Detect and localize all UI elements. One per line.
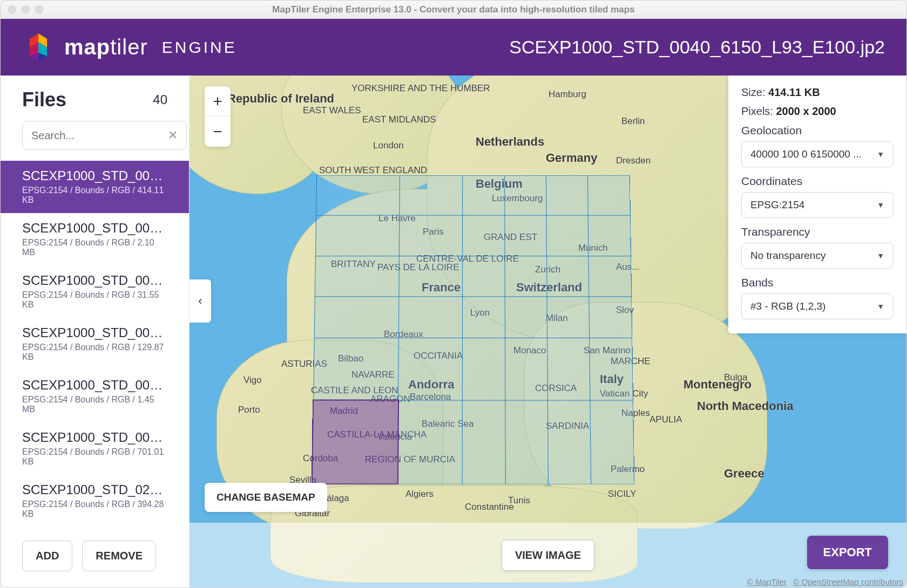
search-input[interactable] [31,129,168,142]
file-item[interactable]: SCEXP1000_STD_0040...EPSG:2154 / Bounds … [1,213,189,265]
grid-cell[interactable] [313,338,399,400]
file-item[interactable]: SCEXP1000_STD_0240...EPSG:2154 / Bounds … [1,475,189,527]
map-place-label: Constantine [465,502,514,512]
grid-cell[interactable] [505,400,548,484]
map-place-label: Berlin [621,116,645,127]
grid-cell[interactable] [314,297,400,338]
current-filename: SCEXP1000_STD_0040_6150_L93_E100.jp2 [509,37,885,58]
grid-cell[interactable] [463,256,505,297]
grid-cell[interactable] [398,400,463,484]
grid-cell[interactable] [463,297,505,338]
geolocation-select[interactable]: 40000 100 0 6150000 ... ▼ [741,141,894,167]
map-place-label: Algiers [405,489,434,500]
prop-pixels-label: Pixels: [741,105,773,117]
grid-cell[interactable] [315,216,400,256]
prop-size-value: 414.11 KB [768,86,820,98]
map-place-label: Netherlands [476,135,544,149]
change-basemap-button[interactable]: CHANGE BASEMAP [205,483,327,512]
grid-cell[interactable] [504,216,546,256]
remove-button[interactable]: REMOVE [82,541,156,571]
grid-cell[interactable] [504,175,546,215]
grid-cell[interactable] [589,297,632,338]
export-button[interactable]: EXPORT [807,536,888,569]
file-item-meta: EPSG:2154 / Bounds / RGB / 129.87 KB [22,343,170,362]
grid-cell[interactable] [546,216,588,256]
grid-cell[interactable] [505,256,547,297]
grid-cell[interactable] [463,216,505,256]
grid-cell[interactable] [398,338,463,400]
maptiler-logo-icon [22,31,55,64]
coordinates-label: Coordinates [741,175,894,188]
file-item[interactable]: SCEXP1000_STD_0040...EPSG:2154 / Bounds … [1,161,189,213]
zoom-out-button[interactable]: − [205,117,231,147]
grid-cell[interactable] [316,175,400,215]
grid-cell[interactable] [546,175,588,215]
sidebar: Files 40 ✕ SCEXP1000_STD_0040...EPSG:215… [1,76,189,587]
geolocation-label: Geolocation [741,124,894,137]
grid-cell[interactable] [590,338,633,400]
grid-cell[interactable] [547,338,591,400]
map-place-label: YORKSHIRE AND THE HUMBER [351,83,490,94]
file-item[interactable]: SCEXP1000_STD_0040...EPSG:2154 / Bounds … [1,370,189,422]
map-attribution: © MapTiler © OpenStreetMap contributors [747,577,903,586]
grid-cell[interactable] [462,400,505,484]
grid-cell[interactable] [462,338,505,400]
file-item[interactable]: SCEXP1000_STD_0040...EPSG:2154 / Bounds … [1,265,189,318]
transparency-select[interactable]: No transparency ▼ [741,243,894,269]
attribution-maptiler[interactable]: © MapTiler [747,577,787,586]
properties-panel: Size: 414.11 KB Pixels: 2000 x 2000 Geol… [728,76,906,333]
window-title: MapTiler Engine Enterprise 13.0 - Conver… [1,4,906,15]
grid-cell[interactable] [463,175,505,215]
file-item-name: SCEXP1000_STD_0240... [22,482,170,497]
grid-cell[interactable] [399,256,462,297]
grid-cell[interactable] [399,297,463,338]
file-item-name: SCEXP1000_STD_0040... [22,273,170,288]
grid-cell[interactable] [400,216,463,256]
attribution-osm[interactable]: © OpenStreetMap contributors [793,577,903,586]
grid-cell[interactable] [588,175,631,215]
view-image-button[interactable]: VIEW IMAGE [502,540,594,571]
files-header: Files 40 [1,76,189,121]
zoom-controls: + − [205,86,231,147]
file-item[interactable]: SCEXP1000_STD_0040...EPSG:2154 / Bounds … [1,318,189,370]
file-item[interactable]: SCEXP1000_STD_0040...EPSG:2154 / Bounds … [1,422,189,475]
collapse-sidebar-button[interactable]: ‹ [189,279,211,323]
grid-cell[interactable] [312,400,398,484]
grid-cell[interactable] [588,216,631,256]
grid-cell[interactable] [400,175,463,215]
grid-cell[interactable] [315,256,400,297]
search-row: ✕ [1,121,189,161]
map-place-label: SOUTH WEST ENGLAND [319,165,427,176]
coordinates-select[interactable]: EPSG:2154 ▼ [741,192,894,218]
map-place-label: Republic of Ireland [227,92,334,106]
chevron-down-icon: ▼ [877,251,884,260]
grid-cell[interactable] [589,256,632,297]
grid-cell[interactable] [547,256,590,297]
zoom-in-button[interactable]: + [205,86,231,117]
app-window: MapTiler Engine Enterprise 13.0 - Conver… [0,0,907,588]
grid-cell[interactable] [547,400,591,484]
grid-cell[interactable] [505,297,547,338]
map-place-label: London [373,140,404,151]
grid-cell[interactable] [547,297,590,338]
search-input-wrap: ✕ [22,121,187,150]
file-item-name: SCEXP1000_STD_0040... [22,168,170,183]
app-header: maptiler ENGINE SCEXP1000_STD_0040_6150_… [1,19,906,76]
file-item-meta: EPSG:2154 / Bounds / RGB / 394.28 KB [22,500,170,519]
files-count: 40 [153,92,167,107]
chevron-left-icon: ‹ [198,294,202,308]
add-button[interactable]: ADD [22,541,72,571]
grid-cell[interactable] [590,400,634,484]
map-place-label: Tunis [508,495,530,506]
map-place-label: Vigo [243,375,262,386]
grid-cell[interactable] [505,338,547,400]
file-list[interactable]: SCEXP1000_STD_0040...EPSG:2154 / Bounds … [1,161,189,529]
map-area[interactable]: Republic of IrelandYORKSHIRE AND THE HUM… [189,76,906,587]
tile-grid-overlay [312,175,635,485]
bands-select[interactable]: #3 - RGB (1,2,3) ▼ [741,293,894,319]
chevron-down-icon: ▼ [877,201,884,209]
clear-search-icon[interactable]: ✕ [168,128,178,142]
map-place-label: Bulga [724,372,747,383]
map-place-label: Porto [238,405,260,415]
titlebar: MapTiler Engine Enterprise 13.0 - Conver… [1,1,906,19]
